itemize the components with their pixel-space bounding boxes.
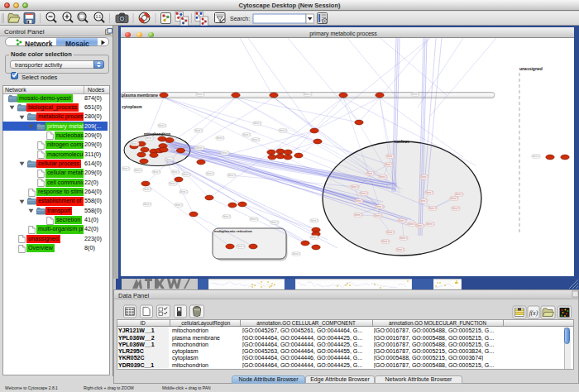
svg-text:f(x): f(x) (529, 309, 538, 317)
